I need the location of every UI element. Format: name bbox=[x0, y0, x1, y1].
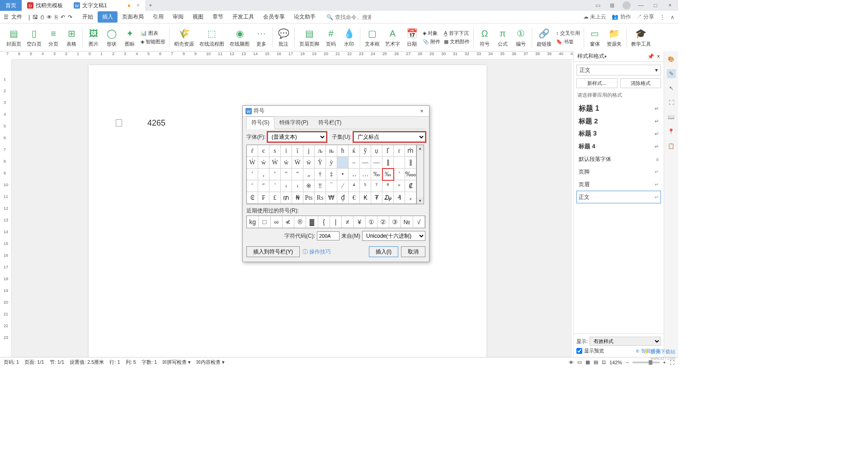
char-cell[interactable]: ẅ bbox=[303, 157, 315, 169]
char-cell[interactable]: ₫ bbox=[337, 192, 349, 204]
char-cell[interactable]: ″ bbox=[258, 180, 269, 192]
sidebar-outline-icon[interactable]: ⛶ bbox=[667, 98, 676, 107]
style-heading3[interactable]: 标题 3↵ bbox=[576, 127, 661, 140]
scroll-up-icon[interactable]: ▴ bbox=[417, 145, 424, 151]
char-cell[interactable] bbox=[337, 157, 349, 169]
from-select[interactable]: Unicode(十六进制) bbox=[362, 231, 425, 241]
char-cell[interactable]: ‡ bbox=[326, 169, 337, 180]
char-cell[interactable]: ₥ bbox=[281, 192, 292, 204]
ribbon-header[interactable]: ▤页眉页脚 bbox=[297, 26, 322, 48]
zoom-out-icon[interactable]: − bbox=[626, 360, 628, 365]
char-cell[interactable]: ‰ bbox=[382, 169, 394, 180]
char-cell[interactable]: ‼ bbox=[315, 180, 326, 192]
insert-button[interactable]: 插入(I) bbox=[369, 246, 398, 257]
char-cell[interactable]: ₣ bbox=[258, 192, 269, 204]
char-cell[interactable]: ẃ bbox=[281, 157, 292, 169]
panel-pin-icon[interactable]: 📌 bbox=[647, 53, 654, 60]
menu-tab-member[interactable]: 会员专享 bbox=[259, 11, 289, 23]
ribbon-mindmap[interactable]: ◉在线脑图 bbox=[227, 26, 252, 48]
search-box[interactable]: 🔍 bbox=[326, 14, 371, 20]
menu-tab-dev[interactable]: 开发工具 bbox=[228, 11, 259, 23]
char-cell[interactable]: ṁ bbox=[405, 145, 416, 157]
char-cell[interactable]: – bbox=[349, 157, 360, 169]
status-page[interactable]: 页码: 1 bbox=[4, 359, 19, 366]
recent-cell[interactable]: № bbox=[401, 216, 413, 228]
file-menu[interactable]: 文件 bbox=[11, 13, 22, 21]
ribbon-pagebreak[interactable]: ≡分页 bbox=[44, 26, 62, 48]
current-style-select[interactable]: 正文▾ bbox=[576, 65, 661, 75]
show-select[interactable]: 有效样式 bbox=[590, 337, 661, 346]
char-cell[interactable]: ⁿ bbox=[394, 180, 405, 192]
ribbon-comment[interactable]: 💬批注 bbox=[274, 26, 292, 48]
style-footer[interactable]: 页脚↵ bbox=[576, 165, 661, 178]
char-cell[interactable]: ₯ bbox=[382, 192, 394, 204]
char-cell[interactable]: ₢ bbox=[247, 192, 258, 204]
view-mode-icon[interactable]: 👁 bbox=[569, 360, 574, 365]
char-cell[interactable]: › bbox=[292, 180, 303, 192]
menu-tab-start[interactable]: 开始 bbox=[78, 11, 98, 23]
char-cell[interactable]: ќ bbox=[349, 145, 360, 157]
status-spell[interactable]: ☒拼写检查 ▾ bbox=[162, 359, 191, 366]
menu-tab-insert[interactable]: 插入 bbox=[98, 11, 118, 23]
sidebar-dictionary-icon[interactable]: 📖 bbox=[667, 113, 676, 122]
preview-checkbox[interactable] bbox=[576, 348, 582, 354]
char-cell[interactable]: ‱ bbox=[405, 169, 416, 180]
char-cell[interactable]: ₤ bbox=[269, 192, 281, 204]
char-cell[interactable]: ј bbox=[303, 145, 315, 157]
style-default-font[interactable]: 默认段落字体a bbox=[576, 153, 661, 165]
more-icon[interactable]: ⋮ bbox=[660, 14, 665, 20]
apps-icon[interactable]: ⊞ bbox=[607, 1, 618, 10]
sidebar-clipboard-icon[interactable]: 📋 bbox=[667, 141, 676, 150]
ribbon-cover[interactable]: ▤封面页 bbox=[4, 26, 24, 48]
char-cell[interactable]: џ bbox=[371, 145, 382, 157]
status-col[interactable]: 列: 5 bbox=[126, 359, 136, 366]
tab-templates[interactable]: D 找稻壳模板 bbox=[22, 0, 68, 11]
char-cell[interactable]: ′ bbox=[247, 180, 258, 192]
char-cell[interactable]: ₰ bbox=[394, 192, 405, 204]
zoom-value[interactable]: 142% bbox=[609, 360, 622, 365]
char-cell[interactable]: ‖ bbox=[405, 157, 416, 169]
style-body[interactable]: 正文↵ bbox=[576, 191, 661, 203]
tab-home[interactable]: 首页 bbox=[0, 0, 22, 11]
menu-tab-section[interactable]: 章节 bbox=[208, 11, 228, 23]
view-print-icon[interactable]: ▭ bbox=[577, 359, 582, 365]
char-cell[interactable]: ₡ bbox=[405, 180, 416, 192]
char-cell[interactable]: € bbox=[349, 192, 360, 204]
char-cell[interactable]: ⁄ bbox=[337, 180, 349, 192]
ribbon-wordart[interactable]: A艺术字 bbox=[382, 26, 403, 48]
grid-scrollbar[interactable]: ▴ ▾ bbox=[417, 145, 424, 204]
ribbon-more[interactable]: ⋯更多 bbox=[252, 26, 270, 48]
char-cell[interactable]: ₓ bbox=[405, 192, 416, 204]
char-cell[interactable]: ₭ bbox=[360, 192, 371, 204]
char-cell[interactable]: ⁵ bbox=[360, 180, 371, 192]
char-cell[interactable]: ў bbox=[360, 145, 371, 157]
ribbon-pagenum[interactable]: #页码 bbox=[322, 26, 340, 48]
panel-close-icon[interactable]: × bbox=[657, 53, 660, 60]
char-cell[interactable]: Pts bbox=[303, 192, 315, 204]
char-cell[interactable]: ћ bbox=[337, 145, 349, 157]
char-cell[interactable]: і bbox=[281, 145, 292, 157]
char-cell[interactable]: Rs bbox=[315, 192, 326, 204]
font-select[interactable]: (普通文本) bbox=[268, 132, 326, 142]
subset-select[interactable]: 广义标点 bbox=[354, 132, 425, 142]
avatar-icon[interactable] bbox=[621, 1, 632, 10]
menu-tab-paper[interactable]: 论文助手 bbox=[289, 11, 320, 23]
style-header[interactable]: 页眉↵ bbox=[576, 178, 661, 191]
menu-tab-references[interactable]: 引用 bbox=[148, 11, 168, 23]
char-cell[interactable]: Ẃ bbox=[269, 157, 281, 169]
print-icon[interactable]: ⎙ bbox=[41, 14, 44, 20]
recent-cell[interactable]: ③ bbox=[389, 216, 401, 228]
char-cell[interactable]: ‥ bbox=[349, 169, 360, 180]
zoom-slider[interactable] bbox=[632, 362, 660, 363]
char-cell[interactable]: ' bbox=[247, 169, 258, 180]
code-input[interactable] bbox=[317, 231, 340, 240]
char-cell[interactable]: … bbox=[360, 169, 371, 180]
tips-link[interactable]: ⓘ 操作技巧 bbox=[302, 248, 331, 256]
sidebar-palette-icon[interactable]: 🎨 bbox=[667, 55, 676, 64]
ribbon-form[interactable]: ▭窗体 bbox=[586, 26, 604, 48]
layout-icon[interactable]: ▭ bbox=[592, 1, 603, 10]
collab-button[interactable]: 👥 协作 bbox=[612, 13, 631, 21]
menu-tab-view[interactable]: 视图 bbox=[188, 11, 208, 23]
ribbon-flowchart[interactable]: ⬚在线流程图 bbox=[197, 26, 227, 48]
recent-cell[interactable]: ¥ bbox=[354, 216, 365, 228]
